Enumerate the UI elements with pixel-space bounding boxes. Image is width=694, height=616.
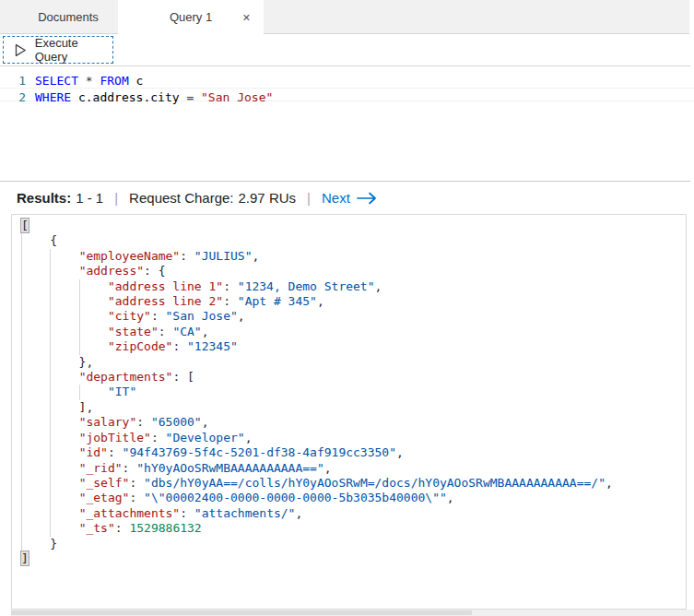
indent-guide [21, 461, 22, 476]
tab-documents-label: Documents [38, 10, 99, 24]
indent-guide [21, 415, 22, 430]
result-json-line: "_attachments": "attachments/", [12, 506, 686, 521]
indent-guide [50, 370, 51, 385]
result-json-line: }, [12, 355, 686, 370]
result-json-line: "zipCode": "12345" [12, 339, 686, 354]
indent-guide [50, 249, 51, 264]
indent-guide [21, 294, 22, 309]
result-json-line: "city": "San Jose", [12, 309, 686, 324]
indent-guide [21, 279, 22, 294]
indent-guide [21, 491, 22, 505]
horizontal-scrollbar[interactable] [11, 610, 694, 616]
result-json-line: "employeeName": "JULIUS", [12, 249, 686, 264]
indent-guide [21, 325, 22, 339]
results-label: Results: [17, 190, 71, 206]
result-json-line: "id": "94f43769-5f4c-5201-df38-4af919cc3… [12, 445, 686, 460]
arrow-right-icon [357, 192, 377, 205]
results-json-viewer[interactable]: [ { "employeeName": "JULIUS", "address":… [11, 214, 687, 610]
query-code: SELECT * FROM cWHERE c.address.city = "S… [35, 73, 273, 106]
result-json-line: } [12, 537, 686, 551]
result-json-line: "_ts": 1529886132 [12, 521, 686, 536]
indent-guide [21, 309, 22, 324]
result-json-line: "address line 1": "1234, Demo Street", [12, 279, 686, 294]
result-json-line: "departments": [ [12, 370, 686, 385]
tab-documents[interactable]: Documents [18, 0, 118, 33]
close-icon[interactable]: ✕ [242, 12, 251, 22]
tab-query-1[interactable]: Query 1 ✕ [118, 0, 264, 34]
result-json-line: "address line 2": "Apt # 345", [12, 294, 686, 309]
indent-guide [50, 294, 51, 309]
indent-guide [79, 385, 80, 399]
next-label: Next [322, 190, 350, 206]
separator: | [307, 190, 311, 206]
query-line: WHERE c.address.city = "San Jose" [35, 89, 273, 106]
scrollbar-thumb[interactable] [11, 610, 472, 615]
result-json-line: "_rid": "hY0yAOoSRwMBAAAAAAAAAA==", [12, 461, 686, 476]
play-icon [15, 43, 27, 57]
indent-guide [50, 385, 51, 399]
execute-query-button[interactable]: Execute Query [3, 36, 113, 64]
indent-guide [50, 521, 51, 536]
indent-guide [79, 309, 80, 324]
result-json-line: "salary": "65000", [12, 415, 686, 430]
indent-guide [50, 415, 51, 430]
indent-guide [21, 537, 22, 551]
execute-query-label: Execute Query [35, 36, 112, 64]
indent-guide [50, 431, 51, 445]
result-json-line: "state": "CA", [12, 325, 686, 339]
query-toolbar: Execute Query [0, 34, 690, 66]
indent-guide [50, 309, 51, 324]
indent-guide [50, 355, 51, 370]
line-number: 2 [0, 89, 26, 106]
result-json-line: "_etag": "\"00002400-0000-0000-0000-5b30… [12, 491, 686, 505]
result-json-line: "address": { [12, 264, 686, 278]
result-json-line: [ [12, 219, 686, 233]
results-range: 1 - 1 [76, 190, 103, 206]
indent-guide [50, 264, 51, 278]
indent-guide [21, 370, 22, 385]
indent-guide [21, 521, 22, 536]
result-json-line: "IT" [12, 385, 686, 399]
query-editor[interactable]: 12 SELECT * FROM cWHERE c.address.city =… [0, 66, 694, 181]
query-tab-page: Documents Query 1 ✕ Execute Query 12 SEL… [0, 0, 694, 616]
indent-guide [50, 400, 51, 415]
indent-guide [50, 491, 51, 505]
result-json-line: ] [12, 551, 686, 566]
indent-guide [79, 325, 80, 339]
indent-guide [21, 476, 22, 491]
tab-query-1-label: Query 1 [170, 10, 212, 24]
next-page-link[interactable]: Next [322, 190, 377, 206]
result-json-line: { [12, 233, 686, 248]
tab-bar: Documents Query 1 ✕ [0, 0, 689, 34]
request-charge-value: 2.97 RUs [239, 190, 297, 206]
request-charge-label: Request Charge: [129, 190, 233, 206]
indent-guide [50, 461, 51, 476]
indent-guide [21, 233, 22, 248]
line-number-gutter: 12 [0, 73, 26, 106]
indent-guide [21, 445, 22, 460]
indent-guide [50, 339, 51, 354]
indent-guide [21, 506, 22, 521]
line-number: 1 [0, 73, 26, 89]
indent-guide [50, 506, 51, 521]
indent-guide [21, 249, 22, 264]
indent-guide [79, 339, 80, 354]
indent-guide [21, 339, 22, 354]
results-header: Results: 1 - 1 | Request Charge: 2.97 RU… [0, 182, 694, 214]
separator: | [114, 190, 118, 206]
indent-guide [50, 279, 51, 294]
result-json-line: "jobTitle": "Developer", [12, 431, 686, 445]
indent-guide [50, 445, 51, 460]
query-line: SELECT * FROM c [35, 73, 273, 89]
indent-guide [21, 400, 22, 415]
indent-guide [21, 385, 22, 399]
result-json-line: ], [12, 400, 686, 415]
result-json-line: "_self": "dbs/hY0yAA==/colls/hY0yAOoSRwM… [12, 476, 686, 491]
indent-guide [79, 294, 80, 309]
indent-guide [21, 264, 22, 278]
indent-guide [21, 431, 22, 445]
indent-guide [50, 325, 51, 339]
indent-guide [79, 279, 80, 294]
indent-guide [50, 476, 51, 491]
indent-guide [21, 355, 22, 370]
